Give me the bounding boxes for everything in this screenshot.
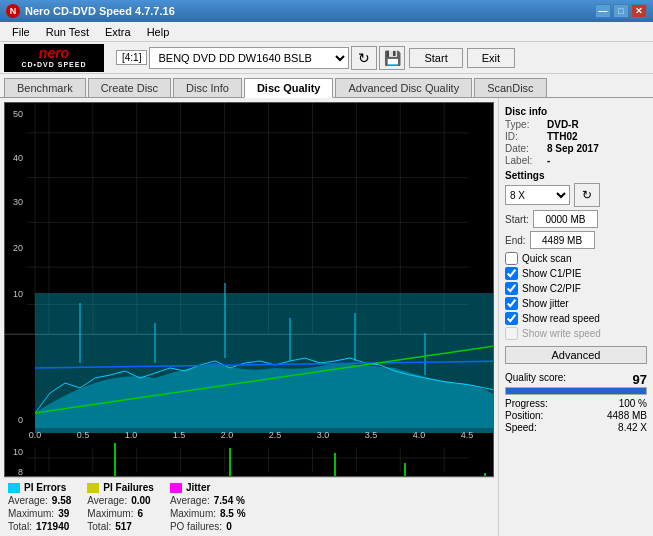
disc-label-val: - <box>547 155 550 166</box>
right-panel: Disc info Type: DVD-R ID: TTH02 Date: 8 … <box>498 98 653 536</box>
svg-text:0.0: 0.0 <box>29 430 42 440</box>
disc-date-key: Date: <box>505 143 543 154</box>
start-setting-row: Start: <box>505 210 647 228</box>
advanced-button[interactable]: Advanced <box>505 346 647 364</box>
show-jitter-checkbox[interactable] <box>505 297 518 310</box>
pif-avg-key: Average: <box>87 495 127 506</box>
disc-label-key: Label: <box>505 155 543 166</box>
settings-title: Settings <box>505 170 647 181</box>
nero-logo: nero CD•DVD SPEED <box>4 44 104 72</box>
jitter-po-key: PO failures: <box>170 521 222 532</box>
show-c1pie-label[interactable]: Show C1/PIE <box>522 268 581 279</box>
progress-label: Progress: <box>505 398 548 409</box>
exit-button[interactable]: Exit <box>467 48 515 68</box>
show-c1pie-checkbox[interactable] <box>505 267 518 280</box>
tab-advanced-disc-quality[interactable]: Advanced Disc Quality <box>335 78 472 97</box>
tab-scandisc[interactable]: ScanDisc <box>474 78 546 97</box>
save-icon[interactable]: 💾 <box>379 46 405 70</box>
quick-scan-row: Quick scan <box>505 252 647 265</box>
quality-score-row: Quality score: 97 <box>505 372 647 387</box>
disc-type-key: Type: <box>505 119 543 130</box>
start-button[interactable]: Start <box>409 48 462 68</box>
disc-id-key: ID: <box>505 131 543 142</box>
pi-errors-color <box>8 483 20 493</box>
position-row: Position: 4488 MB <box>505 410 647 421</box>
drive-dropdown[interactable]: BENQ DVD DD DW1640 BSLB <box>149 47 349 69</box>
svg-text:1.0: 1.0 <box>125 430 138 440</box>
show-c2pif-checkbox[interactable] <box>505 282 518 295</box>
quick-scan-checkbox[interactable] <box>505 252 518 265</box>
tab-create-disc[interactable]: Create Disc <box>88 78 171 97</box>
svg-text:0: 0 <box>18 415 23 425</box>
svg-text:3.0: 3.0 <box>317 430 330 440</box>
pi-avg-key: Average: <box>8 495 48 506</box>
main-content: 50 40 30 20 10 0 16 12 8 6 4 2 0 0.0 0.5… <box>0 98 653 536</box>
menu-help[interactable]: Help <box>139 24 178 40</box>
pi-failures-stats: PI Failures Average: 0.00 Maximum: 6 Tot… <box>87 482 154 532</box>
disc-id-val: TTH02 <box>547 131 578 142</box>
show-read-speed-checkbox[interactable] <box>505 312 518 325</box>
show-c2pif-row: Show C2/PIF <box>505 282 647 295</box>
progress-row: Progress: 100 % <box>505 398 647 409</box>
menu-run-test[interactable]: Run Test <box>38 24 97 40</box>
progress-bar-fill <box>506 388 646 394</box>
svg-text:0.5: 0.5 <box>77 430 90 440</box>
progress-bar-container <box>505 387 647 395</box>
svg-text:40: 40 <box>13 153 23 163</box>
disc-info-title: Disc info <box>505 106 647 117</box>
window-controls[interactable]: — □ ✕ <box>595 4 647 18</box>
refresh-icon[interactable]: ↻ <box>351 46 377 70</box>
jitter-avg-key: Average: <box>170 495 210 506</box>
pi-failures-color <box>87 483 99 493</box>
minimize-button[interactable]: — <box>595 4 611 18</box>
charts-area: 50 40 30 20 10 0 16 12 8 6 4 2 0 0.0 0.5… <box>4 102 494 477</box>
tab-disc-quality[interactable]: Disc Quality <box>244 78 334 98</box>
show-jitter-row: Show jitter <box>505 297 647 310</box>
pif-max-key: Maximum: <box>87 508 133 519</box>
charts-svg: 50 40 30 20 10 0 16 12 8 6 4 2 0 0.0 0.5… <box>5 103 493 476</box>
show-write-speed-checkbox[interactable] <box>505 327 518 340</box>
svg-text:10: 10 <box>13 447 23 457</box>
jitter-stats: Jitter Average: 7.54 % Maximum: 8.5 % PO… <box>170 482 246 532</box>
pif-max-val: 6 <box>137 508 143 519</box>
jitter-avg-val: 7.54 % <box>214 495 245 506</box>
speed-select[interactable]: 8 X <box>505 185 570 205</box>
end-input[interactable] <box>530 231 595 249</box>
svg-rect-19 <box>35 293 493 428</box>
tab-benchmark[interactable]: Benchmark <box>4 78 86 97</box>
maximize-button[interactable]: □ <box>613 4 629 18</box>
tab-bar: Benchmark Create Disc Disc Info Disc Qua… <box>0 74 653 98</box>
jitter-color <box>170 483 182 493</box>
speed-setting-row: 8 X ↻ <box>505 183 647 207</box>
close-button[interactable]: ✕ <box>631 4 647 18</box>
jitter-max-key: Maximum: <box>170 508 216 519</box>
settings-refresh-icon[interactable]: ↻ <box>574 183 600 207</box>
disc-date-val: 8 Sep 2017 <box>547 143 599 154</box>
menubar: File Run Test Extra Help <box>0 22 653 42</box>
jitter-max-val: 8.5 % <box>220 508 246 519</box>
disc-label-row: Label: - <box>505 155 647 166</box>
pi-total-val: 171940 <box>36 521 69 532</box>
show-read-speed-row: Show read speed <box>505 312 647 325</box>
show-c1pie-row: Show C1/PIE <box>505 267 647 280</box>
svg-text:30: 30 <box>13 197 23 207</box>
jitter-label: Jitter <box>186 482 210 493</box>
menu-extra[interactable]: Extra <box>97 24 139 40</box>
quality-score-value: 97 <box>633 372 647 387</box>
tab-disc-info[interactable]: Disc Info <box>173 78 242 97</box>
pi-failures-label: PI Failures <box>103 482 154 493</box>
drive-number: [4:1] <box>116 50 147 65</box>
progress-value: 100 % <box>619 398 647 409</box>
quick-scan-label[interactable]: Quick scan <box>522 253 571 264</box>
show-jitter-label[interactable]: Show jitter <box>522 298 569 309</box>
show-c2pif-label[interactable]: Show C2/PIF <box>522 283 581 294</box>
pi-max-key: Maximum: <box>8 508 54 519</box>
window-title: Nero CD-DVD Speed 4.7.7.16 <box>25 5 595 17</box>
disc-date-row: Date: 8 Sep 2017 <box>505 143 647 154</box>
show-read-speed-label[interactable]: Show read speed <box>522 313 600 324</box>
start-label: Start: <box>505 214 529 225</box>
pif-avg-val: 0.00 <box>131 495 150 506</box>
stats-bar: PI Errors Average: 9.58 Maximum: 39 Tota… <box>4 477 494 536</box>
menu-file[interactable]: File <box>4 24 38 40</box>
start-input[interactable] <box>533 210 598 228</box>
